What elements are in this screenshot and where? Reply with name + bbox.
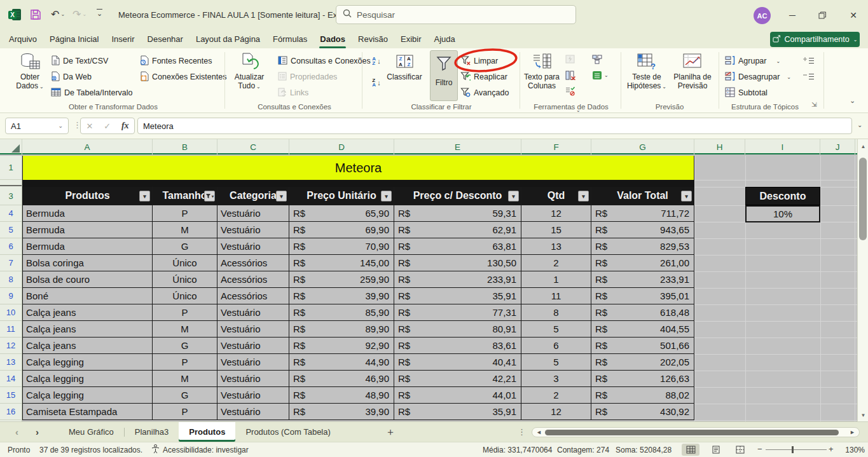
cell-categoria-row8[interactable]: Acessórios — [217, 271, 289, 288]
row-header-3[interactable]: 3 — [0, 187, 22, 205]
scroll-up-icon[interactable]: ▲ — [858, 141, 868, 151]
cell-preco-desconto-row11[interactable]: R$80,91 — [394, 321, 521, 338]
ribbon-tab-revisão[interactable]: Revisão — [352, 30, 394, 48]
cell-produto-row6[interactable]: Bermuda — [22, 238, 153, 255]
sort-za-button[interactable]: ZA↓ — [366, 75, 387, 90]
table-header-qtd[interactable]: Qtd▾ — [521, 187, 591, 205]
from-table-range-button[interactable]: De Tabela/Intervalo — [51, 86, 132, 100]
data-validation-icon[interactable] — [563, 85, 577, 97]
cell-preco-desconto-row7[interactable]: R$130,50 — [394, 255, 521, 271]
name-box[interactable]: A1 ⌄ — [5, 118, 69, 134]
cell-produto-row13[interactable]: Calça legging — [22, 354, 153, 371]
cell-qtd-row5[interactable]: 15 — [521, 222, 591, 238]
zoom-slider-thumb[interactable] — [792, 446, 794, 453]
filter-button[interactable]: Filtro — [430, 50, 458, 101]
zoom-out-button[interactable]: − — [757, 444, 762, 454]
cell-preco-desconto-row16[interactable]: R$35,91 — [394, 404, 521, 420]
cell-tamanho-row15[interactable]: G — [153, 387, 217, 404]
cell-produto-row10[interactable]: Calça jeans — [22, 304, 153, 321]
cell-categoria-row6[interactable]: Vestuário — [217, 238, 289, 255]
merged-title-cell[interactable]: Meteora — [22, 156, 694, 180]
cell-qtd-row7[interactable]: 2 — [521, 255, 591, 271]
cell-tamanho-row14[interactable]: M — [153, 371, 217, 387]
column-header-D[interactable]: D — [289, 139, 394, 154]
sort-az-button[interactable]: AZ↓ — [366, 53, 387, 69]
ribbon-tab-ajuda[interactable]: Ajuda — [428, 30, 462, 48]
scroll-left-icon[interactable]: ◄ — [536, 429, 542, 435]
ribbon-tab-dados[interactable]: Dados — [313, 30, 352, 48]
cell-qtd-row9[interactable]: 11 — [521, 288, 591, 304]
queries-connections-button[interactable]: Consultas e Conexões — [278, 54, 371, 68]
cell-qtd-row8[interactable]: 1 — [521, 271, 591, 288]
cell-produto-row8[interactable]: Bolsa de couro — [22, 271, 153, 288]
normal-view-button[interactable] — [682, 444, 699, 456]
from-web-button[interactable]: Da Web — [51, 70, 92, 84]
scrollbar-splitter[interactable]: ⋮ — [518, 427, 526, 437]
search-input[interactable]: Pesquisar — [336, 5, 576, 24]
cell-valor-total-row9[interactable]: R$395,01 — [591, 288, 694, 304]
column-header-B[interactable]: B — [153, 139, 217, 154]
filter-dropdown-valor-total[interactable]: ▾ — [681, 191, 692, 201]
cell-valor-total-row14[interactable]: R$126,63 — [591, 371, 694, 387]
row-header-13[interactable]: 13 — [0, 354, 22, 371]
cell-valor-total-row4[interactable]: R$711,72 — [591, 205, 694, 222]
row-header-14[interactable]: 14 — [0, 371, 22, 387]
avatar[interactable]: AC — [754, 7, 771, 24]
row-header-5[interactable]: 5 — [0, 222, 22, 238]
column-header-F[interactable]: F — [521, 139, 591, 154]
table-header-categoria[interactable]: Categoria▾ — [217, 187, 289, 205]
zoom-slider[interactable] — [766, 449, 827, 450]
cell-valor-total-row12[interactable]: R$501,66 — [591, 338, 694, 354]
sheet-nav-left-icon[interactable]: ‹ — [15, 426, 18, 437]
cell-preco-row9[interactable]: R$39,90 — [289, 288, 394, 304]
cell-preco-row4[interactable]: R$65,90 — [289, 205, 394, 222]
column-header-I[interactable]: I — [745, 139, 820, 154]
ungroup-button[interactable]: Desagrupar ⌄ — [725, 70, 791, 84]
show-detail-icon[interactable] — [801, 55, 815, 66]
row-header-1[interactable]: 1 — [0, 156, 22, 180]
advanced-filter-button[interactable]: Avançado — [460, 86, 509, 100]
sort-button[interactable]: ZAAZ Classificar — [385, 51, 424, 81]
cell-preco-desconto-row10[interactable]: R$77,31 — [394, 304, 521, 321]
column-header-H[interactable]: H — [694, 139, 745, 154]
cell-produto-row5[interactable]: Bermuda — [22, 222, 153, 238]
restore-button[interactable] — [813, 8, 832, 23]
cell-categoria-row4[interactable]: Vestuário — [217, 205, 289, 222]
cell-qtd-row12[interactable]: 6 — [521, 338, 591, 354]
ribbon-tab-layout-da-página[interactable]: Layout da Página — [189, 30, 266, 48]
cell-produto-row7[interactable]: Bolsa coringa — [22, 255, 153, 271]
refresh-all-button[interactable]: Atualizar Tudo⌄ — [228, 51, 270, 92]
cell-tamanho-row13[interactable]: P — [153, 354, 217, 371]
table-header-pre-o-unit-rio[interactable]: Preço Unitário▾ — [289, 187, 394, 205]
column-header-G[interactable]: G — [591, 139, 694, 154]
page-layout-view-button[interactable] — [707, 444, 725, 456]
filter-dropdown-produtos[interactable]: ▾ — [139, 191, 150, 201]
row-header-12[interactable]: 12 — [0, 338, 22, 354]
discount-header-cell[interactable]: Desconto — [745, 187, 820, 205]
consolidate-icon[interactable] — [590, 53, 604, 65]
minimize-button[interactable]: ─ — [783, 8, 802, 23]
cell-preco-desconto-row13[interactable]: R$40,41 — [394, 354, 521, 371]
cell-categoria-row5[interactable]: Vestuário — [217, 222, 289, 238]
cell-valor-total-row15[interactable]: R$88,02 — [591, 387, 694, 404]
close-button[interactable]: ✕ — [844, 8, 863, 23]
cell-tamanho-row11[interactable]: M — [153, 321, 217, 338]
cell-categoria-row7[interactable]: Acessórios — [217, 255, 289, 271]
cell-valor-total-row16[interactable]: R$430,92 — [591, 404, 694, 420]
subtotal-button[interactable]: +− Subtotal — [725, 86, 768, 100]
cell-categoria-row12[interactable]: Vestuário — [217, 338, 289, 354]
group-chevron-icon[interactable]: ⌄ — [776, 58, 780, 64]
status-sum[interactable]: Soma: 52084,28 — [616, 442, 672, 457]
sheet-nav-right-icon[interactable]: › — [36, 426, 39, 437]
sheet-tab-planilha3[interactable]: Planilha3 — [125, 422, 179, 442]
cell-preco-row15[interactable]: R$48,90 — [289, 387, 394, 404]
data-model-chevron-icon[interactable]: ⌄ — [604, 72, 609, 78]
status-count[interactable]: Contagem: 274 — [557, 442, 609, 457]
cell-qtd-row15[interactable]: 2 — [521, 387, 591, 404]
cell-produto-row4[interactable]: Bermuda — [22, 205, 153, 222]
cell-categoria-row14[interactable]: Vestuário — [217, 371, 289, 387]
filter-dropdown-qtd[interactable]: ▾ — [578, 191, 589, 201]
column-header-J[interactable]: J — [820, 139, 855, 154]
page-break-view-button[interactable] — [731, 444, 749, 456]
zoom-in-button[interactable]: + — [829, 444, 834, 454]
